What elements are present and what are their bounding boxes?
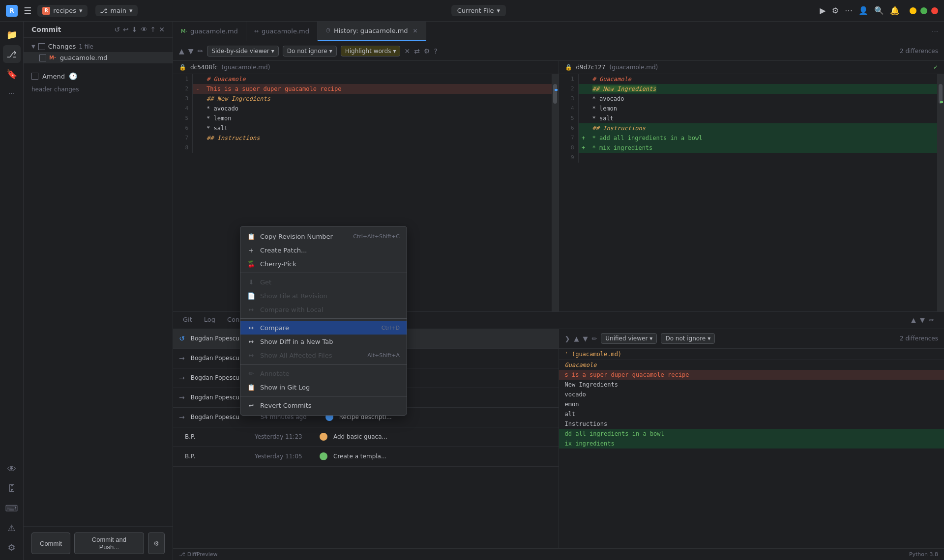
current-file-button[interactable]: Current File ▾	[451, 5, 506, 16]
up-button[interactable]: ↑	[150, 26, 156, 33]
diff-gear-button[interactable]: ⚙	[424, 47, 430, 55]
amend-clock[interactable]: 🕐	[69, 72, 77, 80]
unified-edit[interactable]: ✏	[591, 335, 597, 342]
activity-vcs[interactable]: ⎇	[3, 45, 21, 63]
eye-button[interactable]: 👁	[141, 26, 148, 33]
highlight-selector[interactable]: Highlight words ▾	[341, 46, 401, 56]
right-scrollbar[interactable]	[937, 74, 944, 311]
line-num: 7	[173, 133, 193, 143]
activity-files[interactable]: 📁	[3, 26, 21, 43]
close-panel-button[interactable]: ✕	[159, 26, 165, 33]
bottom-nav-up[interactable]: ▲	[911, 316, 916, 324]
file-icon: 📄	[247, 292, 255, 300]
unified-viewer-selector[interactable]: Unified viewer ▾	[601, 333, 657, 344]
diff-swap-button[interactable]: ⇄	[414, 47, 420, 55]
unified-prev[interactable]: ▲	[574, 335, 579, 342]
unified-ignore-selector[interactable]: Do not ignore ▾	[661, 333, 715, 344]
context-show-log[interactable]: 📋 Show in Git Log	[240, 380, 407, 394]
unified-line: s is a super duper guacamole recipe	[559, 370, 944, 380]
diff-prev-button[interactable]: ▲	[179, 47, 184, 55]
compare-shortcut: Ctrl+D	[382, 325, 400, 331]
context-cherry-pick[interactable]: 🍒 Cherry-Pick	[240, 257, 407, 271]
context-create-patch[interactable]: + Create Patch...	[240, 243, 407, 257]
diff-line: 8 + * mix ingredients	[559, 143, 944, 153]
settings-button[interactable]: ⚙	[832, 6, 839, 15]
undo-button[interactable]: ↩	[123, 26, 129, 33]
search-button[interactable]: 🔍	[874, 6, 884, 15]
bottom-tab-log[interactable]: Log	[198, 313, 221, 327]
context-revert[interactable]: ↩ Revert Commits	[240, 398, 407, 412]
file-checkbox[interactable]	[39, 55, 46, 61]
tab-close-button[interactable]: ✕	[413, 28, 418, 34]
diff-next-button[interactable]: ▼	[188, 47, 194, 55]
viewer-selector[interactable]: Side-by-side viewer ▾	[207, 46, 279, 56]
window-controls	[910, 7, 938, 14]
changes-header[interactable]: ▼ Changes 1 file	[24, 41, 173, 52]
ignore-selector[interactable]: Do not ignore ▾	[283, 46, 337, 56]
minimize-button[interactable]	[910, 7, 916, 14]
commit-push-button[interactable]: Commit and Push...	[74, 532, 144, 554]
commit-button[interactable]: Commit	[31, 532, 70, 554]
amend-checkbox[interactable]	[31, 73, 38, 80]
unified-next[interactable]: ▼	[583, 335, 588, 342]
diff-preview-label[interactable]: ⎇ DiffPreview	[179, 551, 218, 558]
diff-icon: ↔	[247, 338, 255, 345]
activity-more[interactable]: ···	[3, 84, 21, 102]
unified-line: Guacamole	[559, 360, 944, 370]
diff-preview-text: DiffPreview	[187, 551, 218, 558]
branch-selector[interactable]: ⎇ main ▾	[95, 5, 138, 16]
activity-problems[interactable]: ⚠	[3, 519, 21, 536]
maximize-button[interactable]	[920, 7, 927, 14]
diff-line: 2 ## New Ingredients	[559, 84, 944, 94]
changes-checkbox[interactable]	[38, 43, 45, 50]
project-selector[interactable]: R recipes ▾	[37, 5, 87, 17]
line-text: emon	[565, 400, 579, 409]
activity-bookmarks[interactable]: 🔖	[3, 65, 21, 83]
bottom-annotate[interactable]: ✏	[929, 316, 934, 324]
line-num: 4	[173, 104, 193, 113]
activity-git[interactable]: ⚙	[3, 538, 21, 556]
close-window-button[interactable]	[931, 7, 938, 14]
more-button[interactable]: ⋯	[845, 6, 853, 15]
diff-close-button[interactable]: ✕	[404, 47, 410, 55]
line-text: ix ingredients	[565, 439, 615, 448]
history-item-6[interactable]: B.P. Yesterday 11:05 Create a templa...	[173, 447, 559, 467]
commit-settings-button[interactable]: ⚙	[148, 532, 165, 554]
diff-left-hash: dc5408fc	[190, 64, 218, 71]
activity-database[interactable]: 🗄	[3, 479, 21, 497]
diff-edit-button[interactable]: ✏	[198, 47, 204, 55]
bottom-nav-down[interactable]: ▼	[920, 316, 925, 324]
history-item-5[interactable]: B.P. Yesterday 11:23 Add basic guaca...	[173, 427, 559, 447]
file-item-guacamole[interactable]: M· guacamole.md	[24, 52, 173, 63]
tab-more-button[interactable]: ⋯	[932, 28, 938, 35]
bottom-tab-git[interactable]: Git	[177, 313, 198, 327]
sync-icon-0: ↺	[179, 335, 185, 342]
line-content: * mix ingredients	[589, 143, 944, 153]
left-scrollbar[interactable]	[552, 74, 559, 311]
line-text: alt	[565, 410, 576, 419]
diff-right-pane[interactable]: 1 # Guacamole 2 ## New Ingredients 3 * a…	[559, 74, 944, 311]
context-compare[interactable]: ↔ Compare Ctrl+D	[240, 321, 407, 335]
tab-guacamole-md-1[interactable]: M· guacamole.md	[173, 22, 246, 41]
context-copy-revision[interactable]: 📋 Copy Revision Number Ctrl+Alt+Shift+C	[240, 229, 407, 243]
download-button[interactable]: ⬇	[132, 26, 138, 33]
diff-line: 7 + * add all ingredients in a bowl	[559, 133, 944, 143]
run-button[interactable]: ▶	[820, 6, 826, 15]
user-button[interactable]: 👤	[858, 6, 868, 15]
sync-icon-3: →	[179, 393, 185, 401]
tab-history-guacamole[interactable]: ⏱ History: guacamole.md ✕	[318, 22, 426, 41]
unified-expand[interactable]: ❯	[565, 335, 570, 342]
context-show-diff[interactable]: ↔ Show Diff in a New Tab	[240, 335, 407, 348]
unified-content[interactable]: ' (guacamole.md) Guacamole s is a super …	[559, 349, 944, 549]
language-indicator[interactable]: Python 3.8	[909, 551, 938, 558]
activity-terminal[interactable]: ⌨	[3, 499, 21, 517]
diff-line: 2 - This is a super duper guacamole reci…	[173, 84, 559, 94]
menu-button[interactable]: ☰	[24, 5, 31, 16]
notifications-button[interactable]: 🔔	[890, 6, 900, 15]
diff-help-button[interactable]: ?	[434, 47, 437, 55]
activity-remote[interactable]: 👁	[3, 460, 21, 477]
refresh-button[interactable]: ↺	[114, 26, 120, 33]
tab-guacamole-md-2[interactable]: ↔ guacamole.md	[246, 22, 318, 41]
sync-icon-2: →	[179, 374, 185, 382]
context-menu: 📋 Copy Revision Number Ctrl+Alt+Shift+C …	[240, 226, 407, 416]
